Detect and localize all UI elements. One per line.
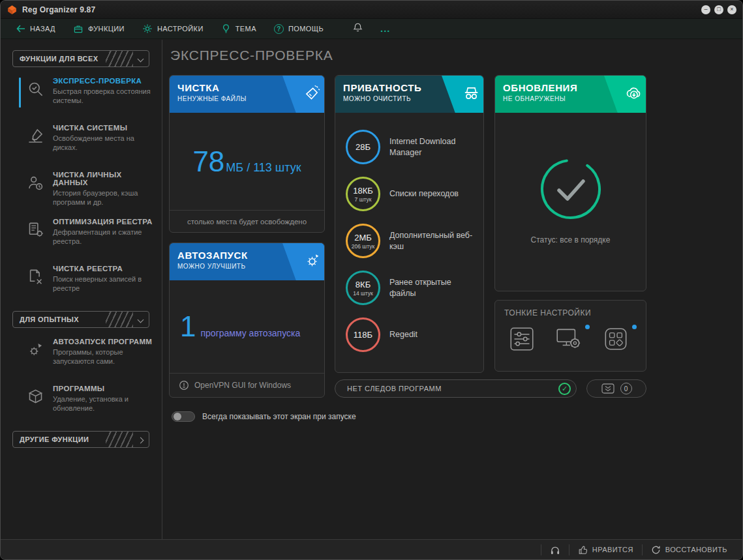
sidebar-item-registry-cleanup[interactable]: ЧИСТКА РЕЕСТРА Поиск неверных записей в … — [10, 264, 157, 304]
privacy-header-icon-area — [442, 76, 483, 113]
close-button[interactable]: × — [727, 5, 736, 14]
restore-icon — [651, 545, 661, 555]
privacy-card[interactable]: ПРИВАТНОСТЬ МОЖНО ОЧИСТИТЬ 28Б Internet … — [335, 75, 484, 373]
startup-toggle-label: Всегда показывать этот экран при запуске — [202, 412, 356, 421]
autorun-value: 1 — [180, 312, 196, 341]
registry-cleanup-icon — [27, 268, 44, 286]
status-ok-ring-icon — [538, 156, 604, 222]
tweaks-card: ТОНКИЕ НАСТРОЙКИ — [494, 300, 646, 372]
notifications-button[interactable] — [353, 22, 363, 35]
back-button[interactable]: НАЗАД — [16, 25, 55, 33]
privacy-ring: 28Б — [346, 130, 380, 164]
no-traces-button[interactable]: НЕТ СЛЕДОВ ПРОГРАММ ✓ — [335, 379, 577, 398]
cleanup-value: 78 — [192, 145, 224, 177]
autorun-card-footer: OpenVPN GUI for Windows — [170, 373, 324, 397]
updates-card[interactable]: ОБНОВЛЕНИЯ НЕ ОБНАРУЖЕНЫ Статус: все в п… — [494, 75, 646, 291]
cloud-download-icon — [625, 84, 643, 102]
system-cleanup-icon — [27, 127, 44, 145]
privacy-card-header[interactable]: ПРИВАТНОСТЬ МОЖНО ОЧИСТИТЬ — [335, 76, 483, 113]
tweaks-title: ТОНКИЕ НАСТРОЙКИ — [504, 308, 637, 317]
privacy-ring: 8КБ 14 штук — [346, 271, 380, 305]
gear-icon — [142, 23, 153, 34]
sidebar: ФУНКЦИИ ДЛЯ ВСЕХ ЭКСПРЕСС-ПРОВЕРКА Быстр… — [1, 40, 162, 539]
settings-button[interactable]: НАСТРОЙКИ — [142, 23, 204, 34]
updates-card-header[interactable]: ОБНОВЛЕНИЯ НЕ ОБНАРУЖЕНЫ — [495, 76, 646, 113]
more-button[interactable]: ... — [380, 25, 391, 32]
sidebar-item-private-data[interactable]: ЧИСТКА ЛИЧНЫХ ДАННЫХ История браузеров, … — [10, 170, 157, 211]
sidebar-item-programs[interactable]: ПРОГРАММЫ Удаление, установка и обновлен… — [10, 384, 157, 424]
tweak-sliders-button[interactable] — [507, 324, 537, 357]
privacy-item-regedit[interactable]: 118Б Regedit — [346, 317, 417, 352]
window-title: Reg Organizer 9.87 — [22, 5, 95, 14]
cleanup-card[interactable]: ЧИСТКА НЕНУЖНЫЕ ФАЙЛЫ 78МБ / 113 штук ст… — [169, 75, 325, 233]
window-controls: – □ × — [701, 5, 736, 14]
startup-toggle[interactable] — [172, 411, 195, 422]
cleanup-card-header[interactable]: ЧИСТКА НЕНУЖНЫЕ ФАЙЛЫ — [170, 76, 324, 113]
registry-optimization-icon — [27, 221, 44, 239]
updates-header-icon-area — [604, 76, 646, 113]
thumbs-up-icon — [578, 545, 588, 555]
functions-icon — [73, 24, 83, 34]
bell-icon — [353, 22, 363, 33]
updates-status: Статус: все в порядке — [531, 235, 611, 244]
stripes-decoration — [106, 51, 133, 66]
headphones-icon — [550, 545, 560, 555]
privacy-item-jumplists[interactable]: 18КБ 7 штук Списки переходов — [346, 177, 459, 211]
functions-button[interactable]: ФУНКЦИИ — [73, 24, 125, 34]
stripes-decoration — [106, 432, 133, 447]
privacy-list: 28Б Internet Download Manager 18КБ 7 шту… — [335, 113, 483, 372]
privacy-item-webcache[interactable]: 2МБ 206 штук Дополнительный веб-кэш — [346, 224, 473, 258]
stripes-decoration — [106, 312, 133, 327]
autorun-card[interactable]: АВТОЗАПУСК МОЖНО УЛУЧШИТЬ 1 программу ав… — [169, 243, 325, 398]
deep-scan-counter-button[interactable]: 0 — [586, 379, 646, 398]
autorun-programs-icon — [27, 341, 44, 359]
privacy-item-recent-files[interactable]: 8КБ 14 штук Ранее открытые файлы — [346, 271, 473, 305]
support-button[interactable] — [541, 540, 569, 559]
chevron-down-icon — [138, 56, 144, 63]
sidebar-item-system-cleanup[interactable]: ЧИСТКА СИСТЕМЫ Освобождение места на дис… — [10, 123, 157, 164]
tweak-apps-button[interactable] — [601, 324, 631, 357]
cleanup-card-body: 78МБ / 113 штук — [170, 113, 324, 210]
autorun-header-icon-area — [282, 243, 324, 280]
minimize-button[interactable]: – — [701, 5, 710, 14]
toolbar: НАЗАД ФУНКЦИИ НАСТРОЙКИ ТЕМА ? ПОМОЩЬ ..… — [1, 19, 742, 39]
sidebar-item-express-check[interactable]: ЭКСПРЕСС-ПРОВЕРКА Быстрая проверка состо… — [10, 76, 157, 117]
sidebar-item-registry-optimization[interactable]: ОПТИМИЗАЦИЯ РЕЕСТРА Дефрагментация и сжа… — [10, 217, 157, 258]
app-window: Reg Organizer 9.87 – □ × НАЗАД ФУНКЦИИ Н… — [0, 0, 743, 560]
theme-button[interactable]: ТЕМА — [221, 23, 256, 34]
private-data-icon — [27, 174, 44, 192]
sidebar-item-autorun-programs[interactable]: АВТОЗАПУСК ПРОГРАММ Программы, которые з… — [10, 337, 157, 377]
counter-badge: 0 — [620, 383, 632, 394]
main-area: ЭКСПРЕСС-ПРОВЕРКА ЧИСТКА НЕНУЖНЫЕ ФАЙЛЫ … — [162, 40, 742, 539]
openvpn-icon — [179, 380, 189, 391]
cleanup-unit: МБ / 113 штук — [226, 161, 301, 174]
apps-grid-icon — [601, 324, 631, 354]
check-badge-icon: ✓ — [558, 383, 571, 395]
privacy-item-idm[interactable]: 28Б Internet Download Manager — [346, 130, 473, 164]
double-chevron-down-icon — [601, 383, 614, 394]
autorun-unit: программу автозапуска — [200, 328, 300, 338]
privacy-ring: 118Б — [346, 317, 380, 352]
app-logo-icon — [7, 4, 18, 15]
chevron-right-icon — [138, 437, 144, 444]
updates-card-body: Статус: все в порядке — [495, 113, 646, 291]
tweaks-buttons — [504, 324, 637, 357]
chevron-down-icon — [138, 317, 144, 323]
other-functions-button[interactable]: ДРУГИЕ ФУНКЦИИ — [12, 431, 149, 448]
statusbar: НРАВИТСЯ ВОССТАНОВИТЬ — [1, 539, 742, 559]
cleanup-card-footer: столько места будет освобождено — [170, 210, 324, 232]
help-button[interactable]: ? ПОМОЩЬ — [274, 24, 324, 34]
maximize-button[interactable]: □ — [714, 5, 723, 14]
startup-toggle-row: Всегда показывать этот экран при запуске — [172, 411, 356, 422]
group-functions-for-all[interactable]: ФУНКЦИИ ДЛЯ ВСЕХ — [12, 50, 149, 67]
monitor-gear-icon — [554, 324, 584, 354]
restore-button[interactable]: ВОССТАНОВИТЬ — [643, 540, 736, 559]
tweak-system-button[interactable] — [554, 324, 584, 357]
sliders-icon — [507, 324, 537, 354]
express-check-icon — [27, 80, 44, 98]
cleanup-header-icon-area — [282, 76, 324, 113]
autorun-card-body: 1 программу автозапуска — [170, 280, 324, 373]
like-button[interactable]: НРАВИТСЯ — [569, 540, 642, 559]
autorun-card-header[interactable]: АВТОЗАПУСК МОЖНО УЛУЧШИТЬ — [170, 243, 324, 280]
group-for-experienced[interactable]: ДЛЯ ОПЫТНЫХ — [12, 311, 149, 328]
